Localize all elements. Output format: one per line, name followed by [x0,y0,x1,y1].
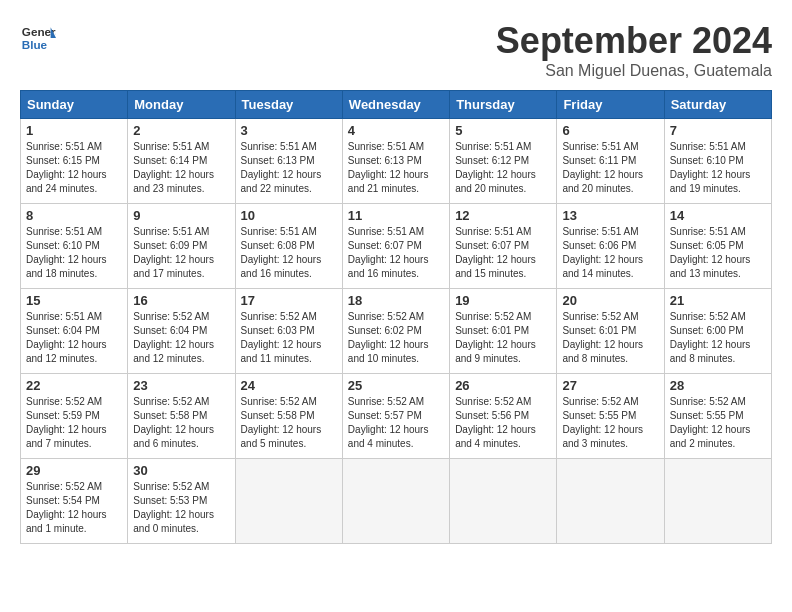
day-info: Sunrise: 5:52 AMSunset: 5:58 PMDaylight:… [133,396,214,449]
calendar-cell: 27 Sunrise: 5:52 AMSunset: 5:55 PMDaylig… [557,374,664,459]
page-header: General Blue September 2024 San Miguel D… [20,20,772,80]
calendar-cell: 26 Sunrise: 5:52 AMSunset: 5:56 PMDaylig… [450,374,557,459]
calendar-cell [450,459,557,544]
calendar-cell: 10 Sunrise: 5:51 AMSunset: 6:08 PMDaylig… [235,204,342,289]
day-number: 7 [670,123,766,138]
day-info: Sunrise: 5:51 AMSunset: 6:12 PMDaylight:… [455,141,536,194]
month-title: September 2024 [496,20,772,62]
day-info: Sunrise: 5:51 AMSunset: 6:07 PMDaylight:… [455,226,536,279]
day-info: Sunrise: 5:51 AMSunset: 6:10 PMDaylight:… [670,141,751,194]
day-number: 2 [133,123,229,138]
day-number: 9 [133,208,229,223]
calendar-cell: 28 Sunrise: 5:52 AMSunset: 5:55 PMDaylig… [664,374,771,459]
day-info: Sunrise: 5:52 AMSunset: 5:55 PMDaylight:… [670,396,751,449]
calendar-cell: 19 Sunrise: 5:52 AMSunset: 6:01 PMDaylig… [450,289,557,374]
calendar-cell: 21 Sunrise: 5:52 AMSunset: 6:00 PMDaylig… [664,289,771,374]
day-number: 21 [670,293,766,308]
location-title: San Miguel Duenas, Guatemala [496,62,772,80]
day-info: Sunrise: 5:51 AMSunset: 6:09 PMDaylight:… [133,226,214,279]
day-number: 22 [26,378,122,393]
calendar-cell: 11 Sunrise: 5:51 AMSunset: 6:07 PMDaylig… [342,204,449,289]
day-header-saturday: Saturday [664,91,771,119]
day-info: Sunrise: 5:52 AMSunset: 5:53 PMDaylight:… [133,481,214,534]
day-header-sunday: Sunday [21,91,128,119]
day-number: 15 [26,293,122,308]
calendar-cell: 30 Sunrise: 5:52 AMSunset: 5:53 PMDaylig… [128,459,235,544]
svg-text:Blue: Blue [22,38,48,51]
calendar-cell: 23 Sunrise: 5:52 AMSunset: 5:58 PMDaylig… [128,374,235,459]
day-number: 26 [455,378,551,393]
day-info: Sunrise: 5:52 AMSunset: 6:04 PMDaylight:… [133,311,214,364]
calendar-cell: 29 Sunrise: 5:52 AMSunset: 5:54 PMDaylig… [21,459,128,544]
week-row-3: 15 Sunrise: 5:51 AMSunset: 6:04 PMDaylig… [21,289,772,374]
calendar-cell: 14 Sunrise: 5:51 AMSunset: 6:05 PMDaylig… [664,204,771,289]
day-number: 14 [670,208,766,223]
day-info: Sunrise: 5:51 AMSunset: 6:11 PMDaylight:… [562,141,643,194]
calendar-cell: 1 Sunrise: 5:51 AMSunset: 6:15 PMDayligh… [21,119,128,204]
day-number: 5 [455,123,551,138]
day-number: 29 [26,463,122,478]
calendar-cell: 25 Sunrise: 5:52 AMSunset: 5:57 PMDaylig… [342,374,449,459]
day-number: 19 [455,293,551,308]
calendar-cell: 12 Sunrise: 5:51 AMSunset: 6:07 PMDaylig… [450,204,557,289]
calendar-cell: 20 Sunrise: 5:52 AMSunset: 6:01 PMDaylig… [557,289,664,374]
day-header-friday: Friday [557,91,664,119]
day-info: Sunrise: 5:51 AMSunset: 6:10 PMDaylight:… [26,226,107,279]
day-header-monday: Monday [128,91,235,119]
day-number: 4 [348,123,444,138]
day-number: 20 [562,293,658,308]
day-info: Sunrise: 5:52 AMSunset: 5:56 PMDaylight:… [455,396,536,449]
day-number: 24 [241,378,337,393]
day-number: 17 [241,293,337,308]
day-info: Sunrise: 5:51 AMSunset: 6:05 PMDaylight:… [670,226,751,279]
day-header-thursday: Thursday [450,91,557,119]
day-headers-row: SundayMondayTuesdayWednesdayThursdayFrid… [21,91,772,119]
day-number: 8 [26,208,122,223]
calendar-cell: 18 Sunrise: 5:52 AMSunset: 6:02 PMDaylig… [342,289,449,374]
day-info: Sunrise: 5:51 AMSunset: 6:08 PMDaylight:… [241,226,322,279]
calendar-cell: 7 Sunrise: 5:51 AMSunset: 6:10 PMDayligh… [664,119,771,204]
day-number: 13 [562,208,658,223]
day-info: Sunrise: 5:51 AMSunset: 6:04 PMDaylight:… [26,311,107,364]
day-number: 16 [133,293,229,308]
calendar-cell: 4 Sunrise: 5:51 AMSunset: 6:13 PMDayligh… [342,119,449,204]
day-info: Sunrise: 5:52 AMSunset: 5:55 PMDaylight:… [562,396,643,449]
day-number: 27 [562,378,658,393]
day-info: Sunrise: 5:52 AMSunset: 6:00 PMDaylight:… [670,311,751,364]
calendar-table: SundayMondayTuesdayWednesdayThursdayFrid… [20,90,772,544]
day-info: Sunrise: 5:51 AMSunset: 6:13 PMDaylight:… [241,141,322,194]
day-info: Sunrise: 5:51 AMSunset: 6:06 PMDaylight:… [562,226,643,279]
logo: General Blue [20,20,56,56]
day-number: 30 [133,463,229,478]
calendar-cell [557,459,664,544]
day-header-tuesday: Tuesday [235,91,342,119]
day-info: Sunrise: 5:52 AMSunset: 5:57 PMDaylight:… [348,396,429,449]
day-info: Sunrise: 5:52 AMSunset: 6:01 PMDaylight:… [562,311,643,364]
calendar-cell: 22 Sunrise: 5:52 AMSunset: 5:59 PMDaylig… [21,374,128,459]
calendar-cell [235,459,342,544]
calendar-cell: 17 Sunrise: 5:52 AMSunset: 6:03 PMDaylig… [235,289,342,374]
day-info: Sunrise: 5:52 AMSunset: 5:54 PMDaylight:… [26,481,107,534]
day-number: 23 [133,378,229,393]
week-row-4: 22 Sunrise: 5:52 AMSunset: 5:59 PMDaylig… [21,374,772,459]
day-number: 1 [26,123,122,138]
day-info: Sunrise: 5:51 AMSunset: 6:15 PMDaylight:… [26,141,107,194]
calendar-cell: 16 Sunrise: 5:52 AMSunset: 6:04 PMDaylig… [128,289,235,374]
logo-icon: General Blue [20,20,56,56]
day-info: Sunrise: 5:52 AMSunset: 6:02 PMDaylight:… [348,311,429,364]
day-info: Sunrise: 5:52 AMSunset: 5:59 PMDaylight:… [26,396,107,449]
day-number: 25 [348,378,444,393]
day-number: 10 [241,208,337,223]
day-info: Sunrise: 5:51 AMSunset: 6:14 PMDaylight:… [133,141,214,194]
calendar-cell: 5 Sunrise: 5:51 AMSunset: 6:12 PMDayligh… [450,119,557,204]
calendar-cell: 15 Sunrise: 5:51 AMSunset: 6:04 PMDaylig… [21,289,128,374]
day-info: Sunrise: 5:52 AMSunset: 6:03 PMDaylight:… [241,311,322,364]
title-section: September 2024 San Miguel Duenas, Guatem… [496,20,772,80]
calendar-cell [342,459,449,544]
day-header-wednesday: Wednesday [342,91,449,119]
calendar-cell: 3 Sunrise: 5:51 AMSunset: 6:13 PMDayligh… [235,119,342,204]
day-info: Sunrise: 5:52 AMSunset: 5:58 PMDaylight:… [241,396,322,449]
calendar-cell: 24 Sunrise: 5:52 AMSunset: 5:58 PMDaylig… [235,374,342,459]
day-number: 6 [562,123,658,138]
week-row-5: 29 Sunrise: 5:52 AMSunset: 5:54 PMDaylig… [21,459,772,544]
